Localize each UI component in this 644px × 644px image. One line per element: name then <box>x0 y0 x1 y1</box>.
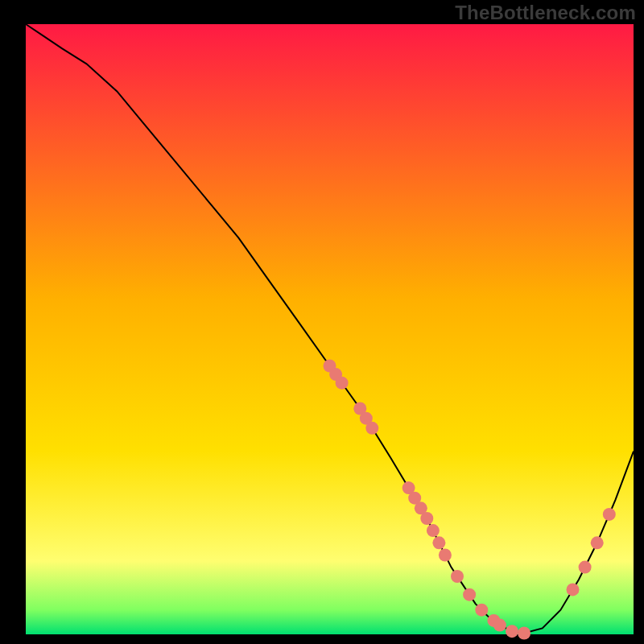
curve-marker <box>567 583 580 596</box>
curve-marker <box>451 570 464 583</box>
chart-frame: TheBottleneck.com <box>0 0 644 644</box>
curve-marker <box>506 625 518 638</box>
curve-marker <box>579 561 592 574</box>
curve-marker <box>463 588 476 601</box>
curve-marker <box>493 619 506 632</box>
curve-marker <box>420 512 433 525</box>
curve-marker <box>365 422 378 435</box>
curve-marker <box>439 549 452 562</box>
curve-marker <box>427 524 440 537</box>
curve-marker <box>603 508 616 521</box>
curve-marker <box>336 377 349 390</box>
curve-marker <box>518 627 530 640</box>
curve-marker <box>591 536 604 549</box>
curve-marker <box>432 536 445 549</box>
bottleneck-chart <box>0 0 644 644</box>
curve-marker <box>475 604 488 617</box>
plot-area <box>26 24 634 634</box>
watermark-text: TheBottleneck.com <box>455 2 636 24</box>
